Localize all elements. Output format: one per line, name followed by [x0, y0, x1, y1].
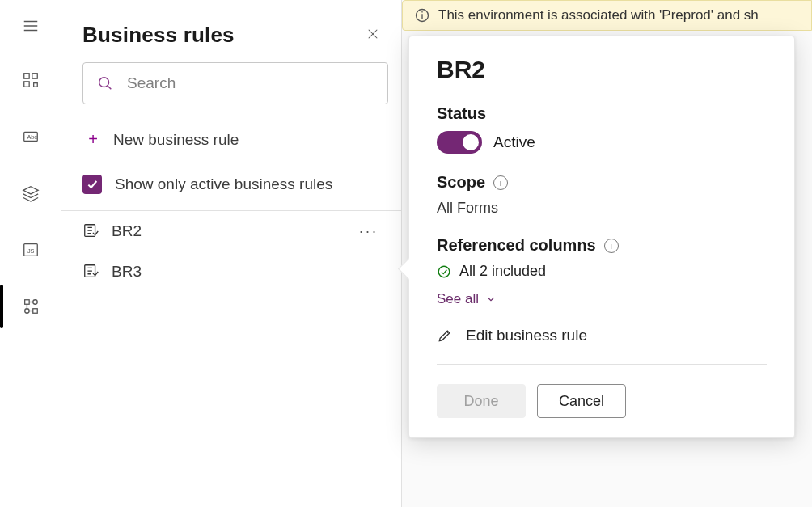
- rule-item-br3[interactable]: BR3: [61, 251, 401, 292]
- search-icon: [96, 74, 114, 92]
- svg-point-25: [438, 266, 450, 277]
- svg-text:JS: JS: [27, 247, 34, 255]
- nav-rail: Abc JS: [0, 0, 61, 507]
- svg-rect-15: [32, 309, 37, 314]
- new-business-rule-button[interactable]: + New business rule: [61, 122, 401, 157]
- chevron-down-icon: [485, 294, 497, 305]
- search-input[interactable]: [82, 62, 388, 104]
- card-footer: Done Cancel: [437, 364, 767, 418]
- panel-title: Business rules: [82, 23, 235, 48]
- svg-point-18: [99, 78, 109, 87]
- plus-icon: +: [86, 130, 100, 149]
- more-icon[interactable]: ···: [354, 223, 383, 240]
- see-all-link[interactable]: See all: [437, 291, 497, 307]
- status-section: Status Active: [437, 104, 767, 154]
- svg-point-24: [421, 11, 423, 13]
- status-label: Status: [437, 104, 767, 123]
- svg-rect-5: [23, 82, 28, 87]
- svg-line-19: [108, 86, 111, 89]
- svg-point-14: [24, 309, 29, 314]
- hamburger-icon[interactable]: [0, 0, 61, 52]
- edit-label: Edit business rule: [466, 327, 587, 344]
- apps-icon[interactable]: [0, 52, 61, 108]
- svg-rect-6: [33, 83, 37, 87]
- rule-list: BR2 ··· BR3: [61, 210, 401, 292]
- info-icon[interactable]: i: [493, 175, 508, 190]
- info-icon[interactable]: i: [604, 239, 619, 253]
- status-value: Active: [493, 133, 535, 151]
- environment-banner: This environment is associated with 'Pre…: [402, 0, 812, 31]
- done-button[interactable]: Done: [437, 384, 526, 418]
- text-icon[interactable]: Abc: [0, 108, 61, 165]
- show-active-label: Show only active business rules: [115, 175, 332, 193]
- environment-text: This environment is associated with 'Pre…: [438, 7, 759, 23]
- rule-name: BR2: [112, 222, 142, 240]
- referenced-columns-section: Referenced columns i All 2 included See …: [437, 236, 767, 307]
- svg-rect-3: [23, 74, 28, 78]
- svg-rect-4: [32, 74, 36, 78]
- show-active-toggle[interactable]: Show only active business rules: [61, 157, 401, 210]
- scope-label: Scope: [437, 173, 485, 192]
- ref-label: Referenced columns: [437, 236, 596, 255]
- info-icon: [414, 7, 430, 23]
- new-rule-label: New business rule: [113, 131, 239, 149]
- ref-value: All 2 included: [459, 263, 546, 280]
- svg-point-13: [32, 300, 37, 305]
- rule-icon: [82, 222, 100, 240]
- close-icon[interactable]: [366, 27, 380, 44]
- cancel-button[interactable]: Cancel: [537, 384, 626, 418]
- scope-section: Scope i All Forms: [437, 173, 767, 217]
- svg-text:Abc: Abc: [27, 133, 37, 141]
- js-icon[interactable]: JS: [0, 222, 61, 278]
- detail-title: BR2: [437, 56, 767, 83]
- rule-name: BR3: [112, 263, 142, 281]
- edit-business-rule-button[interactable]: Edit business rule: [437, 327, 767, 344]
- scope-value: All Forms: [437, 200, 767, 217]
- checkbox-checked-icon[interactable]: [82, 175, 102, 194]
- flow-icon[interactable]: [0, 278, 61, 335]
- business-rules-panel: Business rules + New business rule Show …: [61, 0, 402, 507]
- svg-marker-9: [23, 187, 37, 194]
- rule-icon: [82, 263, 100, 281]
- layers-icon[interactable]: [0, 165, 61, 222]
- check-circle-icon: [437, 264, 451, 279]
- status-toggle[interactable]: [437, 131, 482, 154]
- svg-rect-12: [24, 300, 29, 305]
- pencil-icon: [437, 327, 453, 344]
- rule-item-br2[interactable]: BR2 ···: [61, 211, 401, 251]
- rule-detail-card: BR2 Status Active Scope i All Forms Refe…: [408, 36, 795, 438]
- search-field[interactable]: [125, 74, 374, 93]
